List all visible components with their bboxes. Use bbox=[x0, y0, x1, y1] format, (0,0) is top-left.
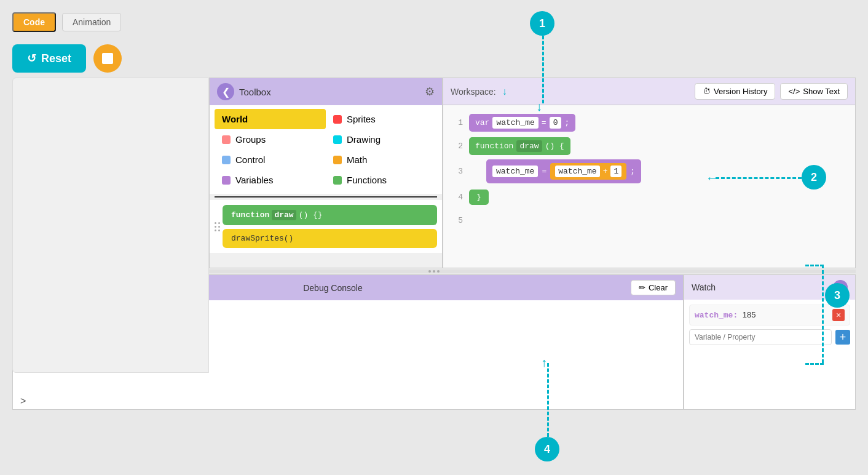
tab-code[interactable]: Code bbox=[12, 12, 56, 32]
toolbox-blocks: function draw () {} drawSprites() bbox=[223, 200, 437, 253]
category-math[interactable]: Math bbox=[326, 150, 437, 170]
annotation-1: 1 bbox=[530, 11, 554, 36]
plus-block: watch_me + 1 bbox=[550, 163, 626, 180]
toolbox-title: Toolbox bbox=[239, 87, 271, 97]
top-bar: Code Animation bbox=[0, 0, 868, 38]
workspace-buttons: ⏱ Version History </> Show Text bbox=[695, 83, 848, 100]
code-line-3: 3 watch_me = watch_me + 1 ; bbox=[453, 159, 845, 183]
code-line-1: 1 var watch_me = 0 ; bbox=[453, 113, 845, 132]
debug-prompt: > bbox=[13, 393, 683, 409]
annotation-3-line-bottom bbox=[805, 363, 824, 365]
watch-content: watch_me: 185 × + bbox=[684, 300, 855, 409]
workspace-code-area: 1 var watch_me = 0 ; 2 function draw bbox=[443, 105, 855, 268]
drawing-dot bbox=[333, 135, 342, 144]
category-functions[interactable]: Functions bbox=[326, 170, 437, 190]
clear-button[interactable]: ✏ Clear bbox=[631, 280, 676, 295]
pencil-icon: ✏ bbox=[639, 283, 645, 292]
func-block-2: function draw () { bbox=[469, 137, 570, 155]
toolbox-categories: World Sprites Groups Drawing bbox=[210, 105, 442, 194]
variables-dot bbox=[222, 176, 231, 185]
code-line-2: 2 function draw () { bbox=[453, 136, 845, 156]
watch-item-watchme: watch_me: 185 × bbox=[689, 305, 850, 325]
annotation-4: 4 bbox=[535, 437, 559, 461]
drag-handle bbox=[215, 222, 220, 231]
code-line-5: 5 bbox=[453, 210, 845, 230]
control-buttons: ↺ Reset bbox=[0, 38, 868, 73]
reset-icon: ↺ bbox=[27, 52, 36, 65]
tab-animation[interactable]: Animation bbox=[62, 13, 121, 31]
show-text-button[interactable]: </> Show Text bbox=[780, 83, 848, 100]
workspace-panel: Workspace: ↓ ⏱ Version History </> Show … bbox=[443, 78, 856, 268]
watch-input[interactable] bbox=[689, 329, 832, 345]
close-brace-block: } bbox=[469, 190, 489, 205]
sprites-dot bbox=[333, 115, 342, 124]
annotation-3-line-v bbox=[822, 265, 824, 363]
annotation-2: 2 bbox=[802, 165, 826, 190]
code-line-4: 4 } bbox=[453, 187, 845, 207]
toolbox-header: ❮ Toolbox ⚙ bbox=[210, 78, 442, 105]
toolbox-gear-button[interactable]: ⚙ bbox=[425, 85, 435, 98]
code-icon: </> bbox=[788, 87, 800, 96]
annotation-4-arrow: ↑ bbox=[541, 356, 547, 370]
category-sprites[interactable]: Sprites bbox=[326, 109, 437, 129]
toolbox-header-left: ❮ Toolbox bbox=[217, 83, 271, 100]
category-variables[interactable]: Variables bbox=[215, 170, 326, 190]
watch-add-button[interactable]: + bbox=[835, 330, 850, 345]
history-icon: ⏱ bbox=[703, 87, 711, 96]
watch-delete-button[interactable]: × bbox=[832, 309, 845, 321]
category-groups[interactable]: Groups bbox=[215, 129, 326, 150]
math-dot bbox=[333, 156, 342, 164]
category-control[interactable]: Control bbox=[215, 150, 326, 170]
reset-button[interactable]: ↺ Reset bbox=[12, 44, 86, 73]
workspace-label: Workspace: bbox=[451, 87, 496, 97]
version-history-button[interactable]: ⏱ Version History bbox=[695, 83, 775, 100]
annotation-1-line bbox=[542, 36, 544, 103]
workspace-arrow: ↓ bbox=[502, 86, 507, 97]
functions-dot bbox=[333, 176, 342, 185]
var-block-1: var watch_me = 0 ; bbox=[469, 114, 575, 132]
toolbox-back-button[interactable]: ❮ bbox=[217, 83, 234, 100]
toolbox-panel: ❮ Toolbox ⚙ World Sprites G bbox=[209, 78, 443, 268]
groups-dot bbox=[222, 135, 231, 144]
watch-title: Watch bbox=[692, 282, 716, 292]
annotation-4-line bbox=[547, 363, 549, 437]
draw-sprites-block[interactable]: drawSprites() bbox=[223, 229, 437, 248]
annotation-3: 3 bbox=[825, 283, 850, 308]
stop-button[interactable] bbox=[93, 44, 122, 73]
watch-item-value: 185 bbox=[743, 310, 756, 319]
category-drawing[interactable]: Drawing bbox=[326, 129, 437, 150]
watch-add-row: + bbox=[689, 329, 850, 345]
assign-block-3: watch_me = watch_me + 1 ; bbox=[486, 159, 641, 183]
draw-block[interactable]: function draw () {} bbox=[223, 205, 437, 225]
stop-icon bbox=[102, 53, 113, 64]
left-panel bbox=[12, 78, 209, 373]
category-world[interactable]: World bbox=[215, 109, 326, 129]
workspace-header: Workspace: ↓ ⏱ Version History </> Show … bbox=[443, 78, 855, 105]
control-dot bbox=[222, 156, 231, 164]
watch-item-label: watch_me: 185 bbox=[695, 310, 829, 320]
toolbox-divider bbox=[215, 196, 437, 198]
